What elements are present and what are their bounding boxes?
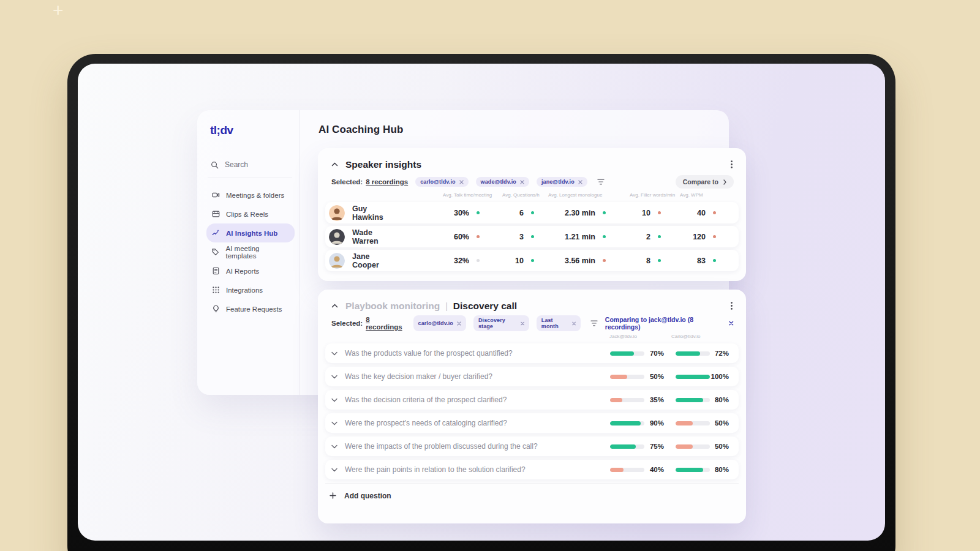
progress-bar [676, 444, 710, 449]
page-title: AI Coaching Hub [318, 124, 729, 136]
playbook-monitoring-card: Playbook monitoring | Discovery call Sel… [318, 290, 746, 523]
search-label: Search [225, 160, 248, 169]
speaker-chips: carlo@tldv.iowade@tldv.iojane@tldv.io [415, 177, 587, 187]
sidebar-item-meetings-folders[interactable]: Meetings & folders [206, 186, 295, 204]
playbook-column-headers: Jack@tldv.ioCarlo@tldv.io [318, 334, 746, 342]
filter-chip-carlo-tldv-io[interactable]: carlo@tldv.io [415, 177, 468, 187]
metric-value: 40 [697, 209, 706, 217]
chevron-down-icon[interactable] [331, 375, 337, 379]
sidebar-item-feature-requests[interactable]: Feature Requests [206, 299, 295, 318]
status-dot-red [713, 235, 716, 238]
selected-recordings-link[interactable]: 8 recordings [366, 178, 408, 186]
sidebar-item-integrations[interactable]: Integrations [206, 280, 295, 299]
progress-percent: 80% [715, 466, 729, 473]
report-doc-icon [211, 267, 220, 275]
kebab-menu-icon[interactable] [729, 301, 734, 311]
filter-chip-carlo-tldv-io[interactable]: carlo@tldv.io [413, 315, 466, 331]
column-header: Avg. Longest monologue [548, 192, 602, 198]
sidebar-item-clips-reels[interactable]: Clips & Reels [206, 204, 295, 223]
sidebar-item-ai-insights-hub[interactable]: AI Insights Hub [206, 223, 295, 242]
progress-percent: 72% [715, 350, 729, 357]
chevron-down-icon[interactable] [331, 351, 337, 356]
question-row[interactable]: Were the prospect's needs of cataloging … [325, 413, 739, 433]
question-text: Were the prospect's needs of cataloging … [345, 419, 507, 427]
question-row[interactable]: Was the key decision maker / buyer clari… [325, 367, 739, 386]
sidebar-item-label: AI Insights Hub [226, 230, 277, 237]
sidebar-item-label: AI meeting templates [226, 245, 290, 260]
close-icon[interactable] [457, 321, 461, 326]
video-camera-icon [211, 191, 220, 199]
close-icon[interactable] [578, 180, 582, 184]
speaker-row-jane-cooper[interactable]: Jane Cooper32%103.56 min883 [325, 250, 739, 271]
question-text: Was the products value for the prospect … [345, 349, 513, 358]
clapperboard-icon [211, 210, 220, 218]
metric-cell: 1.21 min [534, 233, 606, 241]
chevron-right-icon [723, 179, 726, 185]
score-cell: 35% [610, 396, 664, 403]
score-cell: 80% [676, 396, 729, 403]
chevron-down-icon[interactable] [331, 421, 337, 425]
add-question-button[interactable]: Add question [325, 483, 739, 508]
metric-cell: 10 [606, 209, 661, 217]
title-separator: | [445, 301, 448, 311]
progress-percent: 100% [711, 373, 729, 380]
avatar [329, 205, 345, 221]
kebab-menu-icon[interactable] [729, 159, 734, 170]
close-icon[interactable] [572, 321, 576, 326]
decorative-plus: + [53, 0, 64, 21]
chip-label: jane@tldv.io [541, 179, 575, 185]
progress-percent: 50% [715, 419, 729, 427]
chevron-down-icon[interactable] [331, 444, 337, 449]
tldv-logo[interactable]: tl;dv [210, 124, 291, 137]
metric-cell: 8 [606, 257, 661, 265]
close-icon[interactable] [459, 180, 464, 184]
question-row[interactable]: Was the decision criteria of the prospec… [325, 390, 739, 410]
filter-icon[interactable] [597, 179, 605, 185]
speaker-row-wade-warren[interactable]: Wade Warren60%31.21 min2120 [325, 226, 739, 247]
compare-to-button[interactable]: Compare to [676, 175, 734, 189]
grid-dots-icon [211, 286, 220, 294]
search-input[interactable]: Search [210, 160, 291, 169]
collapse-chevron-up-icon[interactable] [331, 304, 338, 308]
filter-chip-discovery-stage[interactable]: Discovery stage [473, 315, 529, 331]
question-row[interactable]: Were the impacts of the problem discusse… [325, 437, 739, 456]
chevron-down-icon[interactable] [331, 468, 337, 472]
filter-chip-wade-tldv-io[interactable]: wade@tldv.io [476, 177, 529, 187]
close-icon[interactable] [729, 321, 734, 326]
comparing-to-tag[interactable]: Comparing to jack@tldv.io (8 recordings) [605, 316, 734, 331]
filter-chip-last-month[interactable]: Last month [537, 315, 581, 331]
playbook-card-header: Playbook monitoring | Discovery call [318, 290, 746, 313]
plus-icon [330, 492, 336, 499]
avatar [329, 253, 345, 269]
progress-percent: 40% [650, 466, 664, 473]
sidebar-menu: Meetings & foldersClips & ReelsAI Insigh… [210, 186, 291, 318]
sidebar-divider [208, 178, 292, 178]
close-icon[interactable] [520, 180, 524, 184]
question-row[interactable]: Were the pain points in relation to the … [325, 460, 739, 479]
sidebar-item-ai-meeting-templates[interactable]: AI meeting templates [206, 242, 295, 261]
playbook-chips: carlo@tldv.ioDiscovery stageLast month [413, 315, 581, 331]
selected-recordings-link[interactable]: 8 recordings [366, 316, 405, 331]
progress-bar [610, 398, 644, 402]
metric-value: 83 [697, 257, 706, 265]
metric-cell: 3 [480, 233, 534, 241]
sidebar-item-label: Clips & Reels [226, 211, 268, 218]
collapse-chevron-up-icon[interactable] [331, 162, 338, 167]
lightbulb-icon [211, 305, 220, 313]
filter-icon[interactable] [590, 320, 598, 326]
column-header: Avg. Filler words/min [630, 192, 675, 198]
progress-percent: 50% [715, 443, 729, 450]
speaker-rows: Guy Hawkins30%62.30 min1040Wade Warren60… [318, 201, 746, 271]
metric-value: 60% [454, 233, 469, 241]
chevron-down-icon[interactable] [331, 398, 337, 402]
speaker-row-guy-hawkins[interactable]: Guy Hawkins30%62.30 min1040 [325, 202, 739, 223]
question-row[interactable]: Was the products value for the prospect … [325, 343, 739, 363]
score-cell: 50% [610, 373, 664, 380]
sidebar-item-ai-reports[interactable]: AI Reports [206, 261, 295, 280]
score-cell: 100% [676, 373, 729, 380]
sidebar-item-label: Integrations [226, 287, 263, 294]
metric-value: 8 [646, 257, 650, 265]
filter-chip-jane-tldv-io[interactable]: jane@tldv.io [537, 177, 587, 187]
avatar [329, 229, 345, 245]
close-icon[interactable] [521, 321, 524, 326]
